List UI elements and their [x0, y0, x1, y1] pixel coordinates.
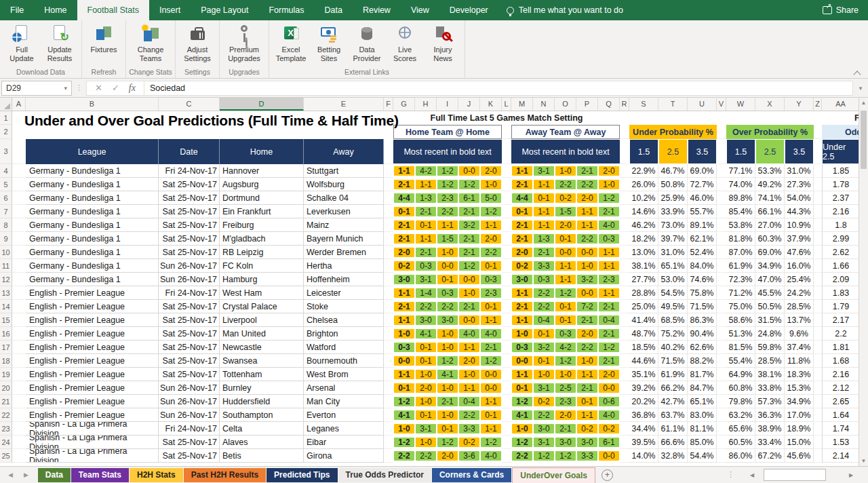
- spacer-cell[interactable]: [12, 191, 26, 205]
- spacer-cell[interactable]: [814, 232, 822, 246]
- spacer-cell[interactable]: [620, 395, 629, 408]
- cell-league[interactable]: English - Premier League: [26, 354, 159, 368]
- form-cell-away[interactable]: 1-2: [511, 395, 533, 408]
- cell-away-team[interactable]: Girona: [304, 449, 384, 463]
- cell-away-team[interactable]: Werder Bremen: [304, 246, 384, 259]
- form-cell-away[interactable]: 3-1: [533, 164, 555, 178]
- cell-under25-odds[interactable]: 1.53: [822, 436, 860, 449]
- cell-under25-odds[interactable]: 2.17: [822, 313, 860, 327]
- form-cell-away[interactable]: 1-2: [555, 354, 576, 368]
- form-cell-away[interactable]: 1-2: [598, 341, 620, 354]
- cell-league[interactable]: Germany - Bundesliga 1: [26, 164, 159, 178]
- spacer-cell[interactable]: [620, 408, 629, 422]
- cell-under-probability[interactable]: 66.6%: [658, 436, 688, 449]
- cell-under-probability[interactable]: 27.7%: [629, 273, 658, 286]
- spacer-cell[interactable]: [12, 139, 26, 164]
- name-box-dropdown-icon[interactable]: ▾: [64, 85, 67, 92]
- form-cell-away[interactable]: 1-1: [555, 259, 576, 273]
- cell-under-probability[interactable]: 86.3%: [688, 313, 717, 327]
- cell-date[interactable]: Sat 25-Nov-17: [159, 436, 220, 449]
- cell-under-probability[interactable]: 25.0%: [629, 300, 658, 313]
- form-cell-home[interactable]: 1-0: [458, 368, 480, 381]
- spacer-cell[interactable]: [12, 164, 26, 178]
- form-cell-away[interactable]: 0-0: [598, 381, 620, 395]
- cell-under25-odds[interactable]: 1.74: [822, 422, 860, 436]
- form-cell-away[interactable]: 2-0: [598, 368, 620, 381]
- form-cell-home[interactable]: 1-1: [480, 218, 502, 232]
- form-cell-home[interactable]: 4-4: [393, 191, 415, 205]
- spacer-cell[interactable]: [620, 354, 629, 368]
- spacer-cell[interactable]: [717, 178, 726, 191]
- tab-football-stats[interactable]: Football Stats: [77, 0, 149, 20]
- cell-over-probability[interactable]: 10.9%: [785, 218, 814, 232]
- spacer-cell[interactable]: [12, 436, 26, 449]
- row-number[interactable]: 2: [0, 125, 12, 139]
- form-cell-home[interactable]: 0-1: [393, 381, 415, 395]
- spacer-cell[interactable]: [814, 313, 822, 327]
- spacer-cell[interactable]: [814, 218, 822, 232]
- spacer-cell[interactable]: [12, 246, 26, 259]
- tab-view[interactable]: View: [401, 0, 439, 20]
- spacer-cell[interactable]: [12, 381, 26, 395]
- spacer-cell[interactable]: [814, 395, 822, 408]
- spacer-cell[interactable]: [620, 286, 629, 300]
- form-cell-away[interactable]: 0-6: [598, 395, 620, 408]
- cell-away-team[interactable]: Stuttgart: [304, 164, 384, 178]
- cell-under-probability[interactable]: 13.0%: [629, 246, 658, 259]
- spacer-cell[interactable]: [502, 259, 511, 273]
- tab-developer[interactable]: Developer: [439, 0, 498, 20]
- cell-away-team[interactable]: Wolfsburg: [304, 178, 384, 191]
- cell-date[interactable]: Sun 26-Nov-17: [159, 381, 220, 395]
- form-cell-home[interactable]: 2-2: [437, 300, 458, 313]
- form-cell-home[interactable]: 2-0: [415, 381, 437, 395]
- form-cell-home[interactable]: 0-1: [480, 259, 502, 273]
- form-cell-away[interactable]: 1-2: [555, 286, 576, 300]
- form-cell-away[interactable]: 0-0: [576, 286, 598, 300]
- form-cell-away[interactable]: 0-2: [555, 191, 576, 205]
- vertical-scrollbar[interactable]: ▲ ▼: [859, 98, 868, 466]
- spacer-cell[interactable]: [502, 246, 511, 259]
- form-cell-away[interactable]: 2-2: [533, 286, 555, 300]
- form-cell-away[interactable]: 3-2: [533, 341, 555, 354]
- spacer-cell[interactable]: [717, 125, 726, 139]
- spacer-cell[interactable]: [717, 232, 726, 246]
- cell-league[interactable]: English - Premier League: [26, 341, 159, 354]
- form-cell-away[interactable]: 2-2: [576, 232, 598, 246]
- form-cell-home[interactable]: 1-1: [393, 286, 415, 300]
- form-cell-away[interactable]: 0-1: [511, 381, 533, 395]
- cell-over-probability[interactable]: 58.6%: [726, 313, 755, 327]
- column-header-R[interactable]: R: [620, 98, 629, 111]
- cell-home-team[interactable]: Augsburg: [220, 178, 304, 191]
- form-cell-away[interactable]: 0-1: [533, 191, 555, 205]
- cell-over-probability[interactable]: 81.5%: [726, 341, 755, 354]
- cell-over-probability[interactable]: 49.2%: [755, 178, 785, 191]
- cell-under-probability[interactable]: 41.4%: [629, 313, 658, 327]
- sheet-tab-corners-cards[interactable]: Corners & Cards: [432, 468, 511, 482]
- cell-league[interactable]: Germany - Bundesliga 1: [26, 205, 159, 218]
- cell-under-probability[interactable]: 50.8%: [658, 178, 688, 191]
- form-cell-away[interactable]: 3-1: [533, 436, 555, 449]
- cell-home-team[interactable]: Southampton: [220, 408, 304, 422]
- spacer-cell[interactable]: [384, 273, 393, 286]
- cell-over-probability[interactable]: 9.6%: [785, 327, 814, 341]
- form-cell-away[interactable]: 4-0: [598, 408, 620, 422]
- form-cell-home[interactable]: 1-0: [480, 178, 502, 191]
- row-number[interactable]: 18: [0, 354, 12, 368]
- row-number[interactable]: 14: [0, 300, 12, 313]
- column-header-S[interactable]: S: [629, 98, 658, 111]
- form-cell-away[interactable]: 2-2: [576, 341, 598, 354]
- cell-under-probability[interactable]: 83.0%: [688, 408, 717, 422]
- cell-under25-odds[interactable]: 1.83: [822, 286, 860, 300]
- cell-home-team[interactable]: Dortmund: [220, 191, 304, 205]
- form-cell-home[interactable]: 1-2: [458, 178, 480, 191]
- cell-over-probability[interactable]: 34.9%: [785, 395, 814, 408]
- cell-date[interactable]: Sat 25-Nov-17: [159, 178, 220, 191]
- cell-under-probability[interactable]: 40.2%: [658, 341, 688, 354]
- cell-home-team[interactable]: Man United: [220, 327, 304, 341]
- form-cell-home[interactable]: 1-1: [415, 178, 437, 191]
- cell-league[interactable]: Germany - Bundesliga 1: [26, 191, 159, 205]
- form-cell-home[interactable]: 2-1: [437, 395, 458, 408]
- form-cell-home[interactable]: 0-1: [415, 218, 437, 232]
- excel-template-button[interactable]: XExcel Template: [272, 23, 310, 62]
- name-box[interactable]: D29 ▾: [1, 81, 72, 96]
